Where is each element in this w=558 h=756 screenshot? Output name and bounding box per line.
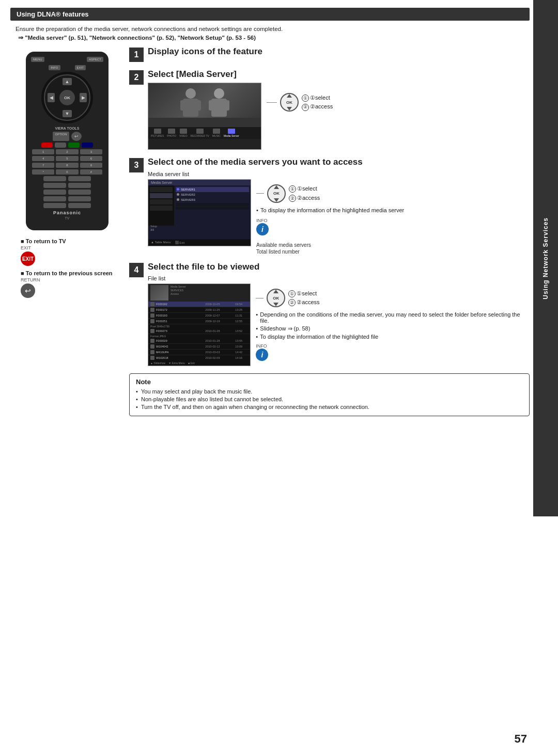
step-4-screen-header: Media Server SERVICES Access: [148, 284, 250, 302]
menu-button[interactable]: MENU: [31, 57, 44, 62]
svg-point-4: [214, 88, 224, 99]
btn-star[interactable]: *: [32, 169, 54, 175]
file-row-1: F000172 2009-11-25 13:25: [148, 307, 250, 313]
icon-photos: PHOTO: [167, 129, 176, 137]
step-2-image: [148, 83, 261, 127]
wide-btn-7[interactable]: [43, 196, 66, 201]
btn-7[interactable]: 7: [32, 163, 54, 168]
step-3-screen-header: Media Server: [148, 180, 251, 185]
wide-btn-2[interactable]: [68, 176, 91, 181]
step-3-number: 3: [129, 158, 144, 172]
aspect-button[interactable]: ASPECT: [87, 57, 103, 62]
up-arrow-button[interactable]: ▲: [63, 78, 72, 85]
left-column: MENU ASPECT INFO EXIT ▲: [10, 46, 124, 416]
format-label: Format JPEG: [148, 334, 250, 338]
btn-4[interactable]: 4: [32, 156, 54, 161]
step-4-bullet-2: Slideshow ⇒ (p. 58): [256, 325, 530, 332]
down-icon-4: [273, 303, 278, 306]
btn-1[interactable]: 1: [32, 149, 54, 154]
step4-btn-3: ■ Exit: [188, 361, 195, 365]
btn-5[interactable]: 5: [56, 156, 78, 161]
wide-btn-8[interactable]: [68, 196, 91, 201]
photos-icon-shape: [168, 129, 175, 134]
info-label-4: INFO: [256, 343, 530, 349]
wide-btn-9[interactable]: [43, 203, 66, 208]
ok-circle-step2: OK: [280, 93, 299, 112]
page: Using Network Services Using DLNA® featu…: [0, 0, 558, 756]
wide-btn-3[interactable]: [43, 183, 66, 188]
return-button-remote[interactable]: ↩: [71, 132, 82, 141]
blue-button[interactable]: [82, 143, 93, 148]
select-label-3: ①①select: [289, 184, 320, 194]
wide-btn-5[interactable]: [43, 190, 66, 195]
icon-music: MUSIC: [212, 129, 221, 137]
right-arrow-button[interactable]: ▶: [80, 93, 87, 102]
option-button[interactable]: OPTION: [53, 132, 69, 141]
viera-tools-label: VIERA TOOLS: [29, 127, 105, 130]
step-4-bullet-3: To display the information of the highli…: [256, 334, 530, 340]
intro-arrow-text: ⇒ "Media server" (p. 51), "Network conne…: [10, 34, 530, 41]
step-1-title: Display icons of the feature: [148, 46, 530, 57]
select-label-4: ①①select: [288, 289, 319, 298]
btn-3[interactable]: 3: [80, 149, 102, 154]
color-buttons-row: [29, 143, 105, 148]
step-4-ok-row: OK ①①select: [256, 289, 530, 307]
svg-rect-7: [225, 100, 229, 111]
wide-btn-1[interactable]: [43, 176, 66, 181]
wide-btn-6[interactable]: [68, 190, 91, 195]
return-button-icon: ↩: [21, 284, 35, 298]
up-icon-4: [273, 290, 278, 293]
btn-8[interactable]: 8: [56, 163, 78, 168]
file-date-3: 2009-12-19: [205, 320, 234, 323]
red-button[interactable]: [41, 143, 53, 148]
server-name-2: SERVER2: [181, 193, 195, 196]
step-3-info-text: To display the information of the highli…: [256, 207, 404, 213]
step-4-services-label: SERVICES: [171, 289, 248, 292]
exit-button-remote[interactable]: EXIT: [75, 65, 86, 70]
extra-row-4: [29, 196, 105, 201]
access-label-2: ②②access: [302, 102, 333, 112]
step-2-content: Select [Media Server]: [148, 69, 530, 150]
server-dot-3: [177, 198, 179, 201]
note-item-2: Non-playable files are also listed but c…: [136, 396, 523, 402]
green-button[interactable]: [68, 143, 80, 148]
wide-btn-10[interactable]: [68, 203, 91, 208]
btn-9[interactable]: 9: [80, 163, 102, 168]
file-row-6: W104042 2010-02-12 10:09: [148, 344, 250, 350]
btn-6[interactable]: 6: [80, 156, 102, 161]
intro-bullet: Ensure the preparation of the media serv…: [10, 26, 530, 32]
file-icon-4: [150, 329, 154, 333]
g-button[interactable]: [55, 143, 66, 148]
step-2-title: Select [Media Server]: [148, 69, 530, 80]
btn-0[interactable]: 0: [56, 169, 78, 175]
step-4-screen: Media Server SERVICES Access F000192: [148, 284, 251, 366]
down-arrow-button[interactable]: ▼: [63, 110, 72, 117]
info-button[interactable]: INFO: [49, 65, 60, 70]
ok-button-remote[interactable]: OK: [59, 90, 75, 105]
media-server-icon-shape: [228, 129, 235, 134]
viera-tools-area: ▲ ▼ ◀ ▶ OK: [41, 72, 93, 123]
step3-total-area: Setup 3/3: [150, 225, 157, 231]
btn-2[interactable]: 2: [56, 149, 78, 154]
btn-hash[interactable]: #: [80, 169, 102, 175]
left-arrow-button[interactable]: ◀: [48, 93, 55, 102]
extra-row-1: [29, 176, 105, 181]
file-time-7: 14:42: [235, 351, 248, 354]
wide-btn-4[interactable]: [68, 183, 91, 188]
recorded-icon-shape: [196, 129, 204, 134]
file-icon-6: [150, 344, 154, 349]
return-label-note: RETURN: [21, 277, 119, 282]
step-2-ok-row: OK ①①select: [267, 93, 333, 112]
step-3-left-panel: [148, 185, 174, 226]
main-content: Using DLNA® features Ensure the preparat…: [10, 8, 530, 735]
down-arrow-icon: [287, 107, 292, 111]
nav-icon-3: [150, 199, 173, 204]
step-1-section: 1 Display icons of the feature: [129, 46, 530, 62]
server-row-1: SERVER1: [176, 187, 249, 192]
page-number: 57: [515, 732, 527, 746]
nav-icon-2: [150, 193, 173, 198]
file-icon-5: [150, 339, 154, 343]
ok-circle-step4: OK: [267, 289, 285, 307]
step-2-section: 2 Select [Media Server]: [129, 69, 530, 150]
remote-info-row: INFO EXIT: [29, 65, 105, 70]
